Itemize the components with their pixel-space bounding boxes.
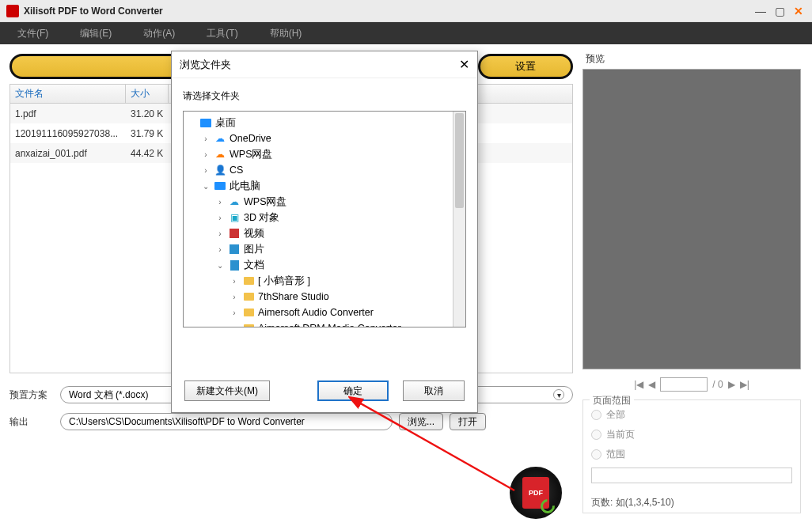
first-page-icon[interactable]: |◀ — [634, 379, 643, 390]
tree-node-3d[interactable]: ›▣3D 对象 — [184, 210, 465, 225]
last-page-icon[interactable]: ▶| — [740, 379, 749, 390]
page-range-legend: 页面范围 — [590, 394, 634, 407]
tree-node-wps2[interactable]: ›☁WPS网盘 — [184, 194, 465, 210]
page-range-group: 页面范围 全部 当前页 范围 页数: 如(1,3,4,5-10) — [582, 399, 801, 513]
tree-node-folder[interactable]: ›Aimersoft Audio Converter — [184, 305, 465, 320]
minimize-icon[interactable]: — — [753, 4, 768, 18]
menu-help[interactable]: 帮助(H) — [262, 24, 310, 44]
pager: |◀ ◀ / 0 ▶ ▶| — [582, 377, 801, 392]
tree-node-folder[interactable]: ›7thShare Studio — [184, 289, 465, 305]
settings-button[interactable]: 设置 — [478, 54, 573, 79]
browse-folder-dialog: 浏览文件夹 ✕ 请选择文件夹 桌面 ›☁OneDrive ›☁WPS网盘 ›👤C… — [171, 51, 478, 413]
menu-edit[interactable]: 编辑(E) — [72, 24, 120, 44]
output-label: 输出 — [9, 415, 54, 429]
preview-label: 预览 — [582, 52, 801, 66]
tree-node-docs[interactable]: ⌄文档 — [184, 257, 465, 273]
dialog-title: 浏览文件夹 — [180, 58, 231, 72]
tree-node-thispc[interactable]: ⌄此电脑 — [184, 178, 465, 194]
browse-button[interactable]: 浏览... — [399, 413, 443, 430]
preset-label: 预置方案 — [9, 388, 54, 402]
dialog-prompt: 请选择文件夹 — [172, 78, 477, 111]
column-size[interactable]: 大小 — [126, 85, 169, 103]
tree-node-video[interactable]: ›视频 — [184, 225, 465, 241]
prev-page-icon[interactable]: ◀ — [648, 379, 655, 390]
column-name[interactable]: 文件名 — [10, 85, 126, 103]
settings-label: 设置 — [515, 59, 536, 74]
preview-area — [582, 69, 801, 369]
app-icon — [6, 5, 19, 17]
menu-file[interactable]: 文件(F) — [9, 24, 56, 44]
convert-button[interactable]: PDF — [510, 467, 562, 519]
chevron-down-icon: ▾ — [553, 389, 564, 400]
app-title: Xilisoft PDF to Word Converter — [24, 6, 753, 17]
range-current-radio[interactable]: 当前页 — [591, 428, 792, 441]
tree-node-wps[interactable]: ›☁WPS网盘 — [184, 146, 465, 162]
new-folder-button[interactable]: 新建文件夹(M) — [184, 380, 270, 401]
cancel-button[interactable]: 取消 — [403, 380, 465, 401]
open-button[interactable]: 打开 — [450, 413, 486, 430]
menu-action[interactable]: 动作(A) — [135, 24, 183, 44]
page-input[interactable] — [660, 377, 708, 392]
tree-node-picture[interactable]: ›图片 — [184, 241, 465, 257]
tree-node-cs[interactable]: ›👤CS — [184, 162, 465, 178]
folder-tree[interactable]: 桌面 ›☁OneDrive ›☁WPS网盘 ›👤CS ⌄此电脑 ›☁WPS网盘 … — [184, 112, 465, 327]
ok-button[interactable]: 确定 — [317, 380, 389, 401]
output-path[interactable]: C:\Users\CS\Documents\Xilisoft\PDF to Wo… — [60, 413, 393, 430]
next-page-icon[interactable]: ▶ — [728, 379, 735, 390]
tree-node-desktop[interactable]: 桌面 — [184, 115, 465, 131]
tree-node-onedrive[interactable]: ›☁OneDrive — [184, 131, 465, 146]
maximize-icon[interactable]: ▢ — [772, 4, 787, 18]
tree-node-folder[interactable]: ›[ 小鹤音形 ] — [184, 273, 465, 289]
pages-hint: 页数: 如(1,3,4,5-10) — [591, 496, 792, 509]
range-custom-radio[interactable]: 范围 — [591, 448, 792, 461]
close-icon[interactable]: ✕ — [791, 4, 806, 18]
tree-node-folder[interactable]: ›Aimersoft DRM Media Converter — [184, 320, 465, 327]
menu-tool[interactable]: 工具(T) — [199, 24, 245, 44]
tree-scrollbar[interactable] — [453, 112, 465, 327]
range-input[interactable] — [591, 468, 792, 483]
dialog-close-icon[interactable]: ✕ — [459, 57, 469, 72]
page-separator: / 0 — [712, 379, 723, 390]
range-all-radio[interactable]: 全部 — [591, 408, 792, 422]
